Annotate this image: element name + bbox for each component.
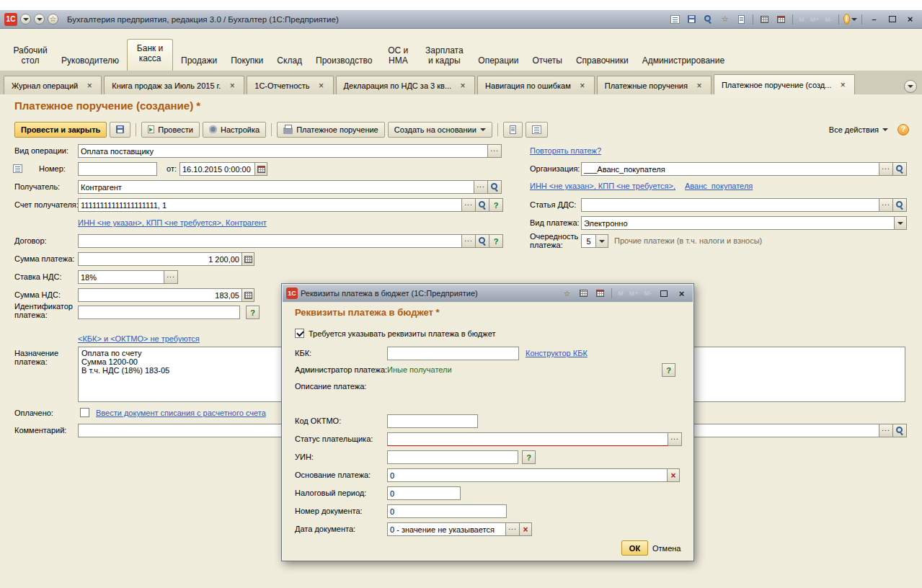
uin-help-button[interactable]: [522, 450, 536, 464]
doc-date-select-button[interactable]: [506, 522, 520, 536]
uin-input[interactable]: [387, 450, 518, 464]
close-icon[interactable]: [85, 81, 94, 90]
vat-rate-input[interactable]: [78, 270, 164, 284]
1c-logo-icon[interactable]: 1С: [4, 13, 17, 26]
payment-kind-dropdown-button[interactable]: [895, 216, 907, 230]
operation-kind-select-button[interactable]: [488, 144, 502, 158]
info-button[interactable]: [843, 13, 857, 25]
priority-input[interactable]: [581, 234, 596, 248]
require-budget-details-checkbox[interactable]: [295, 329, 304, 338]
post-button[interactable]: Провести: [141, 122, 200, 138]
payer-status-select-button[interactable]: [668, 432, 682, 446]
payee-input[interactable]: [78, 180, 474, 194]
payee-account-help-button[interactable]: [489, 198, 503, 212]
payment-admin-value[interactable]: Иные получатели: [387, 365, 452, 374]
payment-admin-help-button[interactable]: [662, 363, 675, 377]
find-button[interactable]: [701, 13, 715, 25]
date-input[interactable]: [179, 162, 255, 176]
dialog-titlebar[interactable]: 1С Реквизиты платежа в бюджет (1С:Предпр…: [283, 285, 693, 302]
repeat-payment-link[interactable]: Повторять платеж?: [530, 146, 601, 155]
section-tab-desktop[interactable]: Рабочий стол: [7, 42, 53, 71]
print-payment-order-button[interactable]: Платежное поручение: [277, 122, 385, 138]
doc-tab-payment-order-new[interactable]: Платежное поручение (созд...: [714, 74, 855, 94]
doc-tab-payment-orders[interactable]: Платежные поручения: [597, 76, 712, 94]
payee-open-button[interactable]: [488, 180, 502, 194]
operation-kind-input[interactable]: [78, 144, 488, 158]
vat-amount-calculator-button[interactable]: [242, 288, 254, 302]
maximize-button[interactable]: [885, 14, 900, 25]
oktmo-input[interactable]: [387, 414, 478, 428]
journal-icon[interactable]: [13, 164, 22, 173]
dds-item-open-button[interactable]: [893, 198, 907, 212]
section-tab-payroll[interactable]: Зарплата и кадры: [418, 42, 470, 71]
enter-debit-document-link[interactable]: Ввести документ списания с расчетного сч…: [96, 409, 266, 417]
section-tab-sales[interactable]: Продажи: [175, 52, 223, 71]
dialog-favorites-button[interactable]: ☆: [560, 288, 574, 300]
close-button[interactable]: [903, 14, 918, 25]
register-records-button[interactable]: [526, 122, 548, 138]
save-button[interactable]: [685, 13, 699, 25]
section-tab-fixed-assets[interactable]: ОС и НМА: [380, 42, 416, 71]
cancel-button[interactable]: Отмена: [652, 540, 681, 556]
amount-input[interactable]: [78, 252, 242, 266]
number-input[interactable]: [78, 162, 157, 176]
doc-date-clear-button[interactable]: [520, 522, 532, 536]
help-icon[interactable]: [897, 124, 909, 135]
service-menu-button[interactable]: [34, 14, 45, 24]
attachments-button[interactable]: [503, 122, 523, 138]
dds-item-select-button[interactable]: [879, 198, 893, 212]
payee-inn-link[interactable]: ИНН <не указан>, КПП <не требуется>, Кон…: [78, 218, 267, 227]
close-icon[interactable]: [228, 81, 236, 90]
organization-open-button[interactable]: [893, 162, 907, 176]
organization-name-link[interactable]: Аванс_покупателя: [685, 182, 753, 190]
doc-date-input[interactable]: [387, 522, 506, 536]
doc-tab-vat-declaration[interactable]: Декларация по НДС за 3 кв...: [336, 76, 475, 94]
favorites-button[interactable]: ☆: [48, 14, 58, 24]
doc-tab-error-navigation[interactable]: Навигация по ошибкам: [477, 76, 595, 94]
priority-dropdown-button[interactable]: [596, 234, 608, 248]
clipboard-button[interactable]: [735, 13, 748, 25]
settings-button[interactable]: Настройка: [203, 122, 266, 138]
section-tab-warehouse[interactable]: Склад: [271, 52, 308, 71]
date-picker-button[interactable]: [255, 162, 267, 176]
payee-select-button[interactable]: [474, 180, 488, 194]
ok-button[interactable]: ОК: [621, 540, 648, 556]
payee-account-open-button[interactable]: [476, 198, 489, 212]
main-menu-button[interactable]: [20, 14, 31, 24]
organization-input[interactable]: [581, 162, 879, 176]
kbk-input[interactable]: [387, 347, 519, 360]
dialog-calendar-button[interactable]: [593, 288, 607, 300]
payment-id-help-button[interactable]: [246, 306, 260, 319]
post-and-close-button[interactable]: Провести и закрыть: [14, 122, 107, 138]
close-icon[interactable]: [838, 80, 847, 89]
save-document-button[interactable]: [110, 122, 130, 138]
favorites-star-button[interactable]: ☆: [718, 13, 732, 25]
calendar-button[interactable]: [774, 13, 788, 25]
section-tab-catalogs[interactable]: Справочники: [570, 52, 634, 71]
section-tab-bank-cash[interactable]: Банк и касса: [127, 39, 173, 71]
dialog-maximize-button[interactable]: [656, 288, 671, 299]
payee-account-select-button[interactable]: [462, 198, 476, 212]
vat-rate-select-button[interactable]: [164, 270, 178, 284]
all-actions-button[interactable]: Все действия: [823, 122, 895, 138]
basis-clear-button[interactable]: [668, 468, 680, 482]
section-tab-manager[interactable]: Руководителю: [56, 52, 125, 71]
dds-item-input[interactable]: [581, 198, 879, 212]
doc-tab-journal[interactable]: Журнал операций: [4, 76, 102, 94]
basis-input[interactable]: [387, 468, 668, 482]
section-tab-operations[interactable]: Операции: [472, 52, 524, 71]
minimize-button[interactable]: [866, 14, 882, 25]
contract-help-button[interactable]: [489, 234, 503, 248]
doc-number-input[interactable]: [387, 504, 507, 518]
close-icon[interactable]: [578, 81, 587, 90]
kbk-constructor-link[interactable]: Конструктор КБК: [526, 349, 588, 357]
close-icon[interactable]: [458, 81, 467, 90]
payment-id-input[interactable]: [78, 306, 240, 319]
paid-checkbox[interactable]: [80, 408, 89, 417]
section-tab-administration[interactable]: Администрирование: [637, 52, 730, 71]
organization-select-button[interactable]: [879, 162, 893, 176]
section-tab-purchases[interactable]: Покупки: [225, 52, 269, 71]
calculator-button[interactable]: [758, 13, 771, 25]
contract-select-button[interactable]: [462, 234, 476, 248]
comment-select-button[interactable]: [879, 424, 893, 437]
